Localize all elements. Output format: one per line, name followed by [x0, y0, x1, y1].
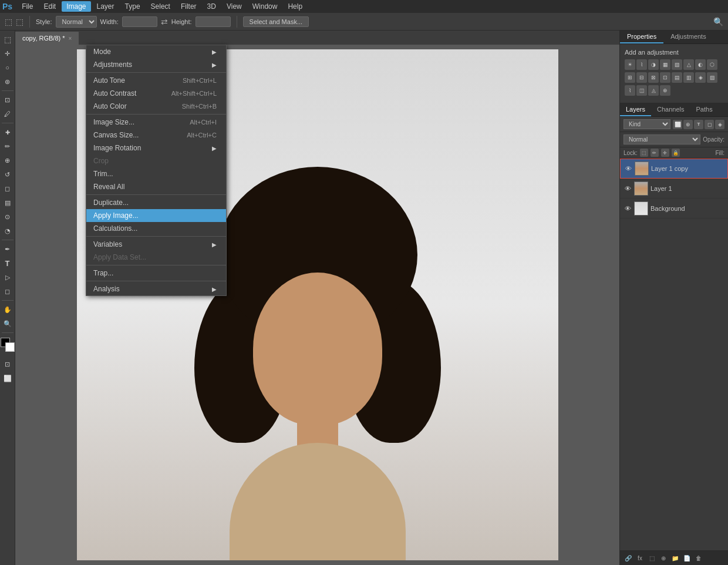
menu-canvas-size[interactable]: Canvas Size... Alt+Ctrl+C — [86, 129, 226, 142]
tab-paths[interactable]: Paths — [690, 103, 719, 116]
lock-pixel-icon[interactable]: ⬚ — [640, 149, 648, 157]
layer-item-layer1[interactable]: 👁 Layer 1 — [620, 179, 728, 199]
menu-apply-image[interactable]: Apply Image... — [86, 209, 226, 222]
posterize-icon[interactable]: ⊡ — [660, 72, 670, 83]
toolbar-width-input[interactable] — [122, 16, 157, 27]
color-lookup-icon[interactable]: ⊟ — [636, 72, 647, 83]
dodge-tool[interactable]: ◔ — [1, 224, 14, 237]
menu-filter[interactable]: Filter — [176, 1, 201, 12]
hue-sat2-icon[interactable]: ◫ — [636, 85, 647, 96]
add-mask-icon[interactable]: ⬚ — [647, 553, 656, 563]
menu-layer[interactable]: Layer — [92, 1, 119, 12]
lock-move-icon[interactable]: ✛ — [661, 149, 669, 157]
quick-select-tool[interactable]: ⊛ — [1, 75, 14, 88]
menu-view[interactable]: View — [222, 1, 247, 12]
filter-type-icon[interactable]: T — [694, 120, 703, 129]
menu-calculations[interactable]: Calculations... — [86, 222, 226, 235]
active-tab[interactable]: copy, RGB/8) * × — [15, 32, 79, 45]
menu-select[interactable]: Select — [146, 1, 175, 12]
menu-adjustments[interactable]: Adjustments ▶ — [86, 58, 226, 71]
photo-filter-icon[interactable]: ⬡ — [707, 59, 717, 70]
toolbar-height-input[interactable] — [196, 16, 231, 27]
brightness2-icon[interactable]: ◬ — [648, 85, 659, 96]
extra-icon[interactable]: ⊕ — [660, 85, 670, 96]
layer-visibility-layer1copy[interactable]: 👁 — [624, 164, 632, 173]
filter-adj-icon[interactable]: ⊕ — [683, 120, 693, 129]
tab-close-button[interactable]: × — [69, 35, 72, 42]
new-group-icon[interactable]: 📁 — [670, 553, 680, 563]
brightness-icon[interactable]: ☀ — [625, 59, 635, 70]
crop-tool[interactable]: ⊡ — [1, 93, 14, 106]
tab-properties[interactable]: Properties — [620, 31, 663, 43]
menu-trap[interactable]: Trap... — [86, 267, 226, 280]
menu-image-size[interactable]: Image Size... Alt+Ctrl+I — [86, 116, 226, 129]
hand-tool[interactable]: ✋ — [1, 303, 14, 316]
menu-edit[interactable]: Edit — [39, 1, 60, 12]
channel-mixer-icon[interactable]: ⊞ — [625, 72, 635, 83]
color-balance-icon[interactable]: △ — [683, 59, 694, 70]
invert-icon[interactable]: ⊠ — [648, 72, 659, 83]
bw-icon[interactable]: ◐ — [695, 59, 706, 70]
brush-tool[interactable]: ✏ — [1, 140, 14, 153]
menu-mode[interactable]: Mode ▶ — [86, 45, 226, 58]
menu-variables[interactable]: Variables ▶ — [86, 238, 226, 251]
menu-image[interactable]: Image — [62, 1, 90, 12]
background-color[interactable] — [5, 342, 15, 352]
hsl-icon[interactable]: ▧ — [672, 59, 682, 70]
lock-pos-icon[interactable]: ✏ — [651, 149, 659, 157]
eraser-tool[interactable]: ◻ — [1, 182, 14, 195]
menu-file[interactable]: File — [17, 1, 38, 12]
marquee-tool[interactable]: ⬚ — [1, 33, 14, 46]
menu-analysis[interactable]: Analysis ▶ — [86, 282, 226, 295]
new-layer-icon[interactable]: 📄 — [682, 553, 692, 563]
pen-tool[interactable]: ✒ — [1, 243, 14, 255]
clone-tool[interactable]: ⊕ — [1, 154, 14, 167]
link-layers-icon[interactable]: 🔗 — [623, 553, 633, 563]
filter-smart-icon[interactable]: ◈ — [715, 120, 724, 129]
menu-duplicate[interactable]: Duplicate... — [86, 196, 226, 209]
filter-pixel-icon[interactable]: ⬜ — [673, 120, 682, 129]
menu-auto-tone[interactable]: Auto Tone Shift+Ctrl+L — [86, 74, 226, 87]
layer-visibility-background[interactable]: 👁 — [623, 204, 632, 213]
delete-layer-icon[interactable]: 🗑 — [694, 553, 703, 563]
vibrance-icon[interactable]: ▦ — [660, 59, 670, 70]
filter-shape-icon[interactable]: ◻ — [705, 120, 714, 129]
curves2-icon[interactable]: ⌇ — [625, 85, 635, 96]
threshold-icon[interactable]: ▤ — [672, 72, 682, 83]
move-tool[interactable]: ✛ — [1, 47, 14, 60]
menu-auto-color[interactable]: Auto Color Shift+Ctrl+B — [86, 100, 226, 113]
blur-tool[interactable]: ⊙ — [1, 210, 14, 223]
toolbar-search-icon[interactable]: 🔍 — [713, 17, 723, 26]
eyedropper-tool[interactable]: 🖊 — [1, 107, 14, 120]
tab-channels[interactable]: Channels — [651, 103, 690, 116]
menu-image-rotation[interactable]: Image Rotation ▶ — [86, 142, 226, 154]
filter-kind-select[interactable]: Kind — [623, 119, 670, 129]
toolbar-style-select[interactable]: Normal — [56, 16, 97, 28]
shape-tool[interactable]: ◻ — [1, 285, 14, 298]
blend-mode-select[interactable]: Normal — [623, 134, 700, 144]
menu-type[interactable]: Type — [120, 1, 145, 12]
history-brush-tool[interactable]: ↺ — [1, 168, 14, 181]
curves-icon[interactable]: ⌇ — [636, 59, 647, 70]
add-style-icon[interactable]: fx — [635, 553, 645, 563]
lasso-tool[interactable]: ○ — [1, 61, 14, 74]
layer-item-background[interactable]: 👁 Background — [620, 199, 728, 218]
quick-mask-tool[interactable]: ⊡ — [1, 358, 14, 371]
menu-help[interactable]: Help — [283, 1, 307, 12]
text-tool[interactable]: T — [1, 257, 14, 270]
lock-all-icon[interactable]: 🔒 — [672, 149, 680, 157]
color-swatches[interactable] — [1, 338, 15, 352]
menu-auto-contrast[interactable]: Auto Contrast Alt+Shift+Ctrl+L — [86, 87, 226, 100]
tab-layers[interactable]: Layers — [620, 103, 651, 116]
path-selection-tool[interactable]: ▷ — [1, 271, 14, 284]
layer-visibility-layer1[interactable]: 👁 — [623, 184, 632, 193]
menu-trim[interactable]: Trim... — [86, 167, 226, 180]
gradient-tool[interactable]: ▤ — [1, 196, 14, 209]
levels-icon[interactable]: ▨ — [707, 72, 717, 83]
tab-adjustments[interactable]: Adjustments — [663, 31, 713, 43]
gradient-map-icon[interactable]: ▥ — [683, 72, 694, 83]
new-adj-layer-icon[interactable]: ⊕ — [659, 553, 668, 563]
screen-mode-tool[interactable]: ⬜ — [1, 372, 14, 385]
menu-window[interactable]: Window — [248, 1, 282, 12]
healing-tool[interactable]: ✚ — [1, 126, 14, 139]
